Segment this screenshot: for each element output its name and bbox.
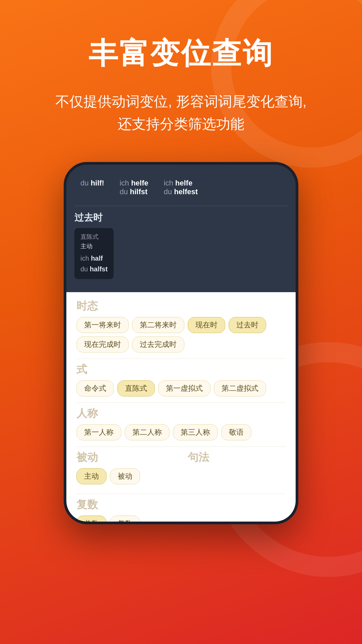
mood-filter-section: 式 命令式 直陈式 第一虚拟式 第二虚拟式 <box>76 362 286 396</box>
voice-filter-section: 被动 主动 被动 <box>76 450 174 484</box>
tooltip-2-verb2: hilfst <box>130 187 148 196</box>
card-category: 直陈式 <box>80 233 108 241</box>
tag-polite[interactable]: 敬语 <box>221 424 251 440</box>
divider-2 <box>76 402 286 403</box>
voice-syntax-row: 被动 主动 被动 句法 <box>76 450 286 490</box>
subtitle: 不仅提供动词变位, 形容词词尾变化查询, 还支持分类筛选功能 <box>28 90 333 135</box>
syntax-label: 句法 <box>188 450 286 465</box>
phone-bottom-section: 时态 第一将来时 第二将来时 现在时 过去时 现在完成时 过去完成时 式 命令式… <box>66 292 296 524</box>
tense-tags: 第一将来时 第二将来时 现在时 过去时 现在完成时 过去完成时 <box>76 317 286 353</box>
tooltip-3-pronoun2: du <box>164 187 174 196</box>
divider-3 <box>76 446 286 447</box>
mood-label: 式 <box>76 362 286 377</box>
tooltip-1-verb: hilf! <box>91 179 104 187</box>
tooltip-2-pronoun2: du <box>120 187 130 196</box>
tag-indicative[interactable]: 直陈式 <box>117 380 155 396</box>
verb-pronoun2: du <box>80 265 90 273</box>
tooltip-2-pronoun1: ich <box>120 179 131 187</box>
tag-first-person[interactable]: 第一人称 <box>76 424 121 440</box>
tag-third-person[interactable]: 第三人称 <box>173 424 218 440</box>
divider-4 <box>76 494 286 494</box>
syntax-filter-section: 句法 <box>188 450 286 484</box>
tense-label: 时态 <box>76 299 286 314</box>
page-content: 丰富变位查询 不仅提供动词变位, 形容词词尾变化查询, 还支持分类筛选功能 du… <box>0 0 362 524</box>
tag-plural[interactable]: 复数 <box>110 516 140 524</box>
tooltip-3-pronoun1: ich <box>164 179 175 187</box>
tag-singular[interactable]: 单数 <box>76 516 107 524</box>
tag-past[interactable]: 过去时 <box>229 317 266 333</box>
tag-present[interactable]: 现在时 <box>188 317 225 333</box>
past-tense-label: 过去时 <box>74 211 288 224</box>
tooltip-1: du hilf! <box>74 175 110 200</box>
number-tags: 单数 复数 <box>76 516 286 524</box>
tag-present-perfect[interactable]: 现在完成时 <box>76 336 129 353</box>
tag-subjunctive2[interactable]: 第二虚拟式 <box>214 380 266 396</box>
tag-second-person[interactable]: 第二人称 <box>125 424 170 440</box>
card-verbs: ich half du halfst <box>80 253 108 274</box>
number-filter-section: 复数 单数 复数 <box>76 497 286 524</box>
voice-label: 被动 <box>76 450 174 465</box>
person-filter-section: 人称 第一人称 第二人称 第三人称 敬语 <box>76 406 286 440</box>
number-label: 复数 <box>76 497 286 512</box>
verb2: halfst <box>90 265 108 273</box>
phone-top-section: du hilf! ich helfe du hilfst ich helfe d… <box>66 165 296 292</box>
top-divider <box>74 206 288 206</box>
conjugation-card: 直陈式 主动 ich half du halfst <box>74 228 114 279</box>
subtitle-line1: 不仅提供动词变位, 形容词词尾变化查询, <box>55 94 306 109</box>
tooltip-row: du hilf! ich helfe du hilfst ich helfe d… <box>74 175 288 200</box>
tooltip-2: ich helfe du hilfst <box>114 175 155 200</box>
tooltip-1-pronoun: du <box>80 179 91 187</box>
tooltip-3-verb2: helfest <box>174 187 198 196</box>
phone-mockup: du hilf! ich helfe du hilfst ich helfe d… <box>64 162 298 524</box>
tooltip-2-verb1: helfe <box>131 179 148 187</box>
voice-tags: 主动 被动 <box>76 468 174 484</box>
card-subcategory: 主动 <box>80 242 108 250</box>
divider-1 <box>76 359 286 359</box>
verb-pronoun1: ich <box>80 255 91 262</box>
person-label: 人称 <box>76 406 286 421</box>
tooltip-3-verb1: helfe <box>175 179 192 187</box>
mood-tags: 命令式 直陈式 第一虚拟式 第二虚拟式 <box>76 380 286 396</box>
tense-filter-section: 时态 第一将来时 第二将来时 现在时 过去时 现在完成时 过去完成时 <box>76 299 286 353</box>
verb1: half <box>91 255 103 262</box>
subtitle-line2: 还支持分类筛选功能 <box>118 116 244 132</box>
tooltip-3: ich helfe du helfest <box>158 175 204 200</box>
tag-passive[interactable]: 被动 <box>110 468 140 484</box>
tag-imperative[interactable]: 命令式 <box>76 380 114 396</box>
tag-active[interactable]: 主动 <box>76 468 107 484</box>
tag-future2[interactable]: 第二将来时 <box>132 317 184 333</box>
person-tags: 第一人称 第二人称 第三人称 敬语 <box>76 424 286 440</box>
tag-past-perfect[interactable]: 过去完成时 <box>132 336 184 353</box>
main-title: 丰富变位查询 <box>88 34 274 73</box>
tag-subjunctive1[interactable]: 第一虚拟式 <box>158 380 210 396</box>
tag-future1[interactable]: 第一将来时 <box>76 317 129 333</box>
